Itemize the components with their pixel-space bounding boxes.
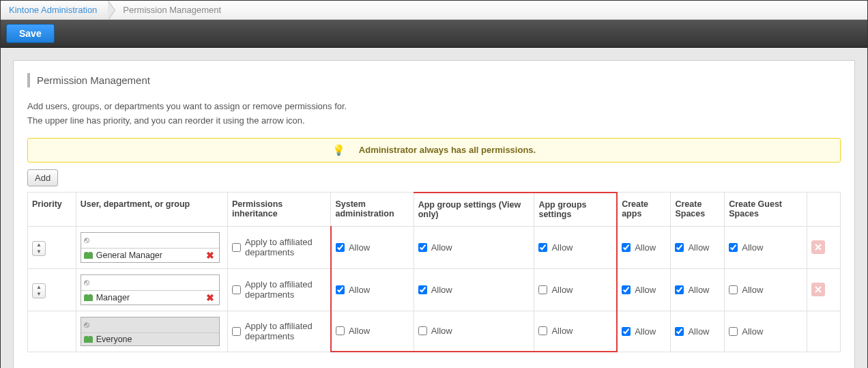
org-tree-icon[interactable]: ⎋ — [84, 277, 89, 287]
save-button[interactable]: Save — [6, 24, 55, 43]
delete-row-button[interactable] — [811, 240, 825, 254]
perm-checkbox[interactable] — [675, 285, 684, 294]
priority-reorder[interactable]: ▲▼ — [32, 241, 46, 256]
inherit-checkbox[interactable] — [232, 285, 241, 294]
close-icon — [815, 244, 822, 251]
breadcrumb: Kintone Administration Permission Manage… — [1, 1, 867, 20]
inherit-label[interactable]: Apply to affiliated departments — [232, 321, 326, 341]
perm-checkbox[interactable] — [675, 243, 684, 252]
perm-sysadmin[interactable]: Allow — [336, 326, 409, 336]
perm-appgroup_view[interactable]: Allow — [418, 242, 530, 253]
perm-checkbox[interactable] — [729, 327, 738, 336]
perm-create_apps[interactable]: Allow — [622, 242, 666, 253]
user-chip: General Manager✖ — [81, 249, 219, 262]
perm-checkbox[interactable] — [538, 285, 547, 294]
user-selector[interactable]: ⎋General Manager✖ — [81, 232, 220, 263]
col-header-create-apps: Create apps — [617, 193, 671, 227]
perm-create_apps[interactable]: Allow — [622, 326, 666, 337]
user-chip: Manager✖ — [81, 291, 219, 305]
perm-create_spaces[interactable]: Allow — [675, 326, 720, 337]
user-chip-name: Manager — [96, 293, 130, 302]
perm-checkbox[interactable] — [675, 327, 684, 336]
inherit-checkbox[interactable] — [232, 327, 241, 336]
user-search-input[interactable] — [92, 277, 216, 289]
user-search-input — [92, 319, 216, 331]
main-panel: Permission Management Add users, groups,… — [13, 60, 855, 368]
chevron-up-icon: ▲ — [33, 242, 45, 249]
user-chip-name: Everyone — [96, 335, 132, 344]
page-title: Permission Management — [27, 73, 841, 87]
group-icon — [84, 294, 93, 301]
user-chip: Everyone — [81, 333, 219, 345]
perm-checkbox[interactable] — [729, 243, 738, 252]
col-header-inherit: Permissions inheritance — [227, 193, 331, 227]
perm-checkbox[interactable] — [418, 285, 427, 294]
table-row: ▲▼⎋Manager✖Apply to affiliated departmen… — [28, 268, 841, 311]
close-icon — [815, 286, 822, 293]
group-icon — [84, 251, 93, 259]
table-row: ⎋EveryoneApply to affiliated departments… — [28, 311, 841, 352]
permissions-table: Priority User, department, or group Perm… — [27, 192, 841, 353]
perm-checkbox[interactable] — [729, 285, 738, 294]
perm-appgroup_view[interactable]: Allow — [418, 285, 530, 295]
perm-checkbox[interactable] — [336, 326, 345, 335]
perm-checkbox[interactable] — [336, 285, 345, 294]
breadcrumb-link-admin[interactable]: Kintone Administration — [1, 1, 108, 19]
delete-row-button[interactable] — [811, 283, 825, 296]
add-button[interactable]: Add — [27, 169, 58, 186]
perm-checkbox[interactable] — [622, 243, 631, 252]
perm-checkbox[interactable] — [336, 243, 345, 252]
perm-sysadmin[interactable]: Allow — [336, 285, 409, 295]
perm-create_guest[interactable]: Allow — [729, 242, 802, 253]
perm-checkbox[interactable] — [622, 327, 631, 336]
perm-create_spaces[interactable]: Allow — [675, 242, 720, 253]
perm-checkbox[interactable] — [538, 243, 547, 252]
org-tree-icon: ⎋ — [84, 320, 89, 330]
chevron-down-icon: ▼ — [33, 249, 45, 255]
col-header-priority: Priority — [28, 193, 76, 227]
lightbulb-icon: 💡 — [332, 144, 345, 156]
perm-checkbox[interactable] — [418, 243, 427, 252]
user-selector[interactable]: ⎋Manager✖ — [81, 274, 220, 305]
org-tree-icon[interactable]: ⎋ — [84, 235, 89, 245]
inherit-label[interactable]: Apply to affiliated departments — [232, 237, 326, 257]
user-selector: ⎋Everyone — [81, 317, 220, 346]
col-header-delete — [807, 193, 841, 227]
perm-create_guest[interactable]: Allow — [729, 285, 802, 295]
toolbar: Save — [1, 20, 867, 48]
perm-checkbox[interactable] — [538, 326, 547, 335]
page-description: Add users, groups, or departments you wa… — [27, 100, 841, 128]
inherit-label[interactable]: Apply to affiliated departments — [232, 279, 326, 300]
perm-appgroup[interactable]: Allow — [538, 285, 612, 295]
table-row: ▲▼⎋General Manager✖Apply to affiliated d… — [28, 226, 841, 268]
perm-create_apps[interactable]: Allow — [622, 285, 666, 295]
perm-appgroup_view[interactable]: Allow — [418, 326, 530, 336]
user-search-input[interactable] — [92, 234, 216, 246]
perm-appgroup[interactable]: Allow — [538, 326, 612, 336]
perm-checkbox[interactable] — [418, 326, 427, 335]
remove-chip-button[interactable]: ✖ — [204, 292, 216, 303]
col-header-user: User, department, or group — [76, 193, 227, 227]
chevron-down-icon: ▼ — [33, 291, 45, 298]
perm-appgroup[interactable]: Allow — [538, 242, 612, 253]
perm-create_guest[interactable]: Allow — [729, 326, 802, 337]
col-header-create-spaces: Create Spaces — [671, 193, 725, 227]
col-header-create-guest: Create Guest Spaces — [725, 193, 807, 227]
group-icon — [84, 335, 93, 343]
perm-checkbox[interactable] — [622, 285, 631, 294]
user-chip-name: General Manager — [96, 251, 162, 260]
inherit-checkbox[interactable] — [232, 243, 241, 252]
info-banner-text: Administrator always has all permissions… — [359, 145, 536, 155]
col-header-appgroup: App groups settings — [534, 193, 617, 227]
info-banner: 💡 Administrator always has all permissio… — [27, 138, 841, 162]
col-header-sysadmin: System administration — [331, 193, 414, 227]
chevron-up-icon: ▲ — [33, 284, 45, 291]
breadcrumb-current: Permission Management — [108, 1, 232, 19]
perm-create_spaces[interactable]: Allow — [675, 285, 720, 295]
priority-reorder[interactable]: ▲▼ — [32, 283, 46, 298]
remove-chip-button[interactable]: ✖ — [204, 250, 216, 261]
perm-sysadmin[interactable]: Allow — [336, 242, 409, 253]
col-header-appgroup-view: App group settings (View only) — [414, 193, 534, 227]
